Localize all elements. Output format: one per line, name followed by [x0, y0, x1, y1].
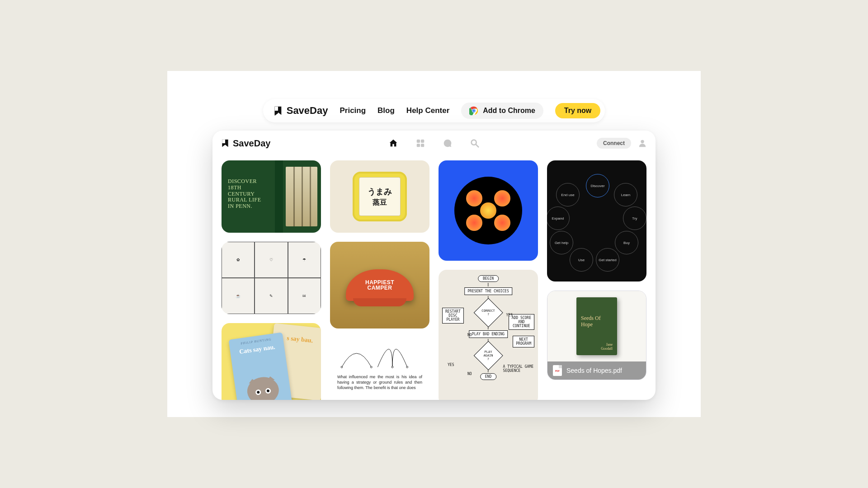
svg-point-14: [341, 366, 343, 368]
umami-text-bottom: 蒸豆: [373, 198, 387, 207]
fc-bad: PLAY BAD ENDING: [469, 330, 508, 338]
app-brand-text: SaveDay: [233, 138, 270, 149]
journey-learn: Learn: [614, 183, 637, 206]
fc-again: PLAY AGAIN ?: [473, 341, 503, 370]
window-bars: [286, 167, 317, 226]
try-now-label: Try now: [564, 107, 591, 114]
fc-begin: BEGIN: [478, 275, 499, 282]
seeds-title: Seeds Of Hope: [581, 315, 613, 328]
pdf-preview: Seeds Of Hope Jane Goodall: [547, 291, 646, 361]
svg-rect-0: [274, 107, 278, 111]
tin-graphic: うまみ 蒸豆: [353, 172, 407, 221]
umami-text-top: うまみ: [368, 186, 392, 197]
app-window: SaveDay Connect: [212, 131, 656, 400]
svg-rect-10: [421, 144, 424, 147]
sketch-grid: ✿♡☂☕✎✉: [222, 242, 321, 314]
content-grid: DISCOVER 18TH CENTURY RURAL LIFE IN PENN…: [212, 156, 656, 400]
card-happiest-camper[interactable]: HAPPIEST CAMPER: [330, 242, 429, 328]
marketing-topbar: SaveDay Pricing Blog Help Center Add to …: [263, 99, 605, 122]
journey-expand: Expand: [547, 206, 570, 230]
connect-label: Connect: [603, 140, 625, 146]
grid-col-1: DISCOVER 18TH CENTURY RURAL LIFE IN PENN…: [222, 160, 321, 400]
bookmark-logo-icon: [273, 106, 283, 116]
book-cover: Seeds Of Hope Jane Goodall: [576, 297, 617, 355]
add-to-chrome-label: Add to Chrome: [483, 107, 535, 115]
pdf-filename: Seeds of Hopes.pdf: [566, 367, 622, 374]
grid-col-3: BEGIN PRESENT THE CHOICES CORRECT ? PLAY…: [439, 160, 538, 400]
svg-rect-9: [417, 144, 420, 147]
fc-yes-1: YES: [506, 313, 513, 317]
nav-blog[interactable]: Blog: [377, 106, 395, 115]
grid-col-2: うまみ 蒸豆 HAPPIEST CAMPER: [330, 160, 429, 400]
card-sketch-notes[interactable]: ✿♡☂☕✎✉: [222, 242, 321, 314]
brand-text: SaveDay: [287, 105, 328, 117]
app-header: SaveDay Connect: [212, 131, 656, 156]
card-umami[interactable]: うまみ 蒸豆: [330, 160, 429, 233]
brand-logo[interactable]: SaveDay: [273, 105, 328, 117]
journey-get-started: Get started: [596, 248, 619, 272]
fc-end: END: [480, 373, 496, 380]
chrome-icon: [469, 106, 478, 115]
add-to-chrome-button[interactable]: Add to Chrome: [461, 103, 543, 119]
fc-present: PRESENT THE CHOICES: [464, 287, 512, 295]
svg-line-12: [476, 145, 479, 147]
journey-buy: Buy: [615, 231, 638, 254]
fc-caption: A TYPICAL GAME SEQUENCE: [503, 365, 533, 373]
svg-point-17: [406, 366, 408, 368]
book-front: PHILIP BUNTING Cats say nau.: [228, 332, 292, 400]
search-icon[interactable]: [470, 138, 480, 148]
fc-next: NEXT PROGRAM: [513, 336, 534, 347]
card-seeds-of-hope-pdf[interactable]: Seeds Of Hope Jane Goodall Seeds of Hope…: [547, 291, 646, 380]
rural-text: DISCOVER 18TH CENTURY RURAL LIFE IN PENN…: [228, 178, 261, 210]
svg-point-16: [392, 366, 393, 368]
profile-icon[interactable]: [637, 138, 647, 148]
bezier-paragraph: What influenced me the most is his idea …: [337, 374, 422, 390]
journey-use: Use: [570, 248, 593, 272]
journey-discover: Discover: [586, 174, 609, 197]
journey-end-use: End use: [556, 183, 580, 206]
nav-pricing[interactable]: Pricing: [340, 106, 366, 115]
bookmark-logo-icon: [221, 139, 230, 148]
journey-get-help: Get help: [550, 231, 573, 254]
journey-try: Try: [623, 206, 646, 230]
svg-point-5: [472, 109, 475, 112]
fc-yes-2: YES: [448, 363, 454, 367]
card-bezier-text[interactable]: What influenced me the most is his idea …: [330, 338, 429, 400]
fc-no-1: NO: [467, 333, 472, 337]
grid-icon[interactable]: [415, 138, 425, 148]
card-abstract-blobs[interactable]: [439, 160, 538, 261]
chat-icon[interactable]: [443, 138, 453, 148]
card-rural-life[interactable]: DISCOVER 18TH CENTURY RURAL LIFE IN PENN…: [222, 160, 321, 233]
try-now-button[interactable]: Try now: [555, 103, 600, 118]
center-nav: [388, 138, 480, 148]
fc-correct: CORRECT ?: [473, 298, 503, 327]
app-brand[interactable]: SaveDay: [221, 138, 270, 149]
nav-links: Pricing Blog Help Center: [340, 106, 449, 115]
fc-no-2: NO: [467, 372, 472, 376]
svg-rect-8: [421, 140, 424, 143]
svg-rect-7: [417, 140, 420, 143]
connect-button[interactable]: Connect: [597, 138, 631, 149]
curtain-graphic: [275, 160, 283, 233]
grid-col-4: Discover Learn Try Buy Get started Use G…: [547, 160, 646, 400]
pdf-icon: [553, 365, 562, 376]
bezier-curves-icon: [337, 344, 422, 369]
card-cats-book[interactable]: s say bau. PHILIP BUNTING Cats say nau.: [222, 323, 321, 400]
cap-text: HAPPIEST CAMPER: [365, 280, 394, 291]
disk-graphic: [454, 177, 522, 244]
svg-rect-6: [222, 140, 225, 143]
card-journey-map[interactable]: Discover Learn Try Buy Get started Use G…: [547, 160, 646, 282]
cap-graphic: HAPPIEST CAMPER: [346, 269, 414, 301]
svg-point-15: [370, 366, 372, 368]
nav-help-center[interactable]: Help Center: [406, 106, 449, 115]
header-right: Connect: [597, 138, 647, 149]
home-icon[interactable]: [388, 138, 398, 148]
card-flowchart[interactable]: BEGIN PRESENT THE CHOICES CORRECT ? PLAY…: [439, 270, 538, 400]
fc-restart: RESTART DISC PLAYER: [442, 308, 464, 324]
seeds-author: Jane Goodall: [581, 343, 613, 351]
cat-illustration: [245, 375, 281, 400]
svg-point-13: [641, 140, 644, 143]
pdf-footer: Seeds of Hopes.pdf: [547, 361, 646, 380]
